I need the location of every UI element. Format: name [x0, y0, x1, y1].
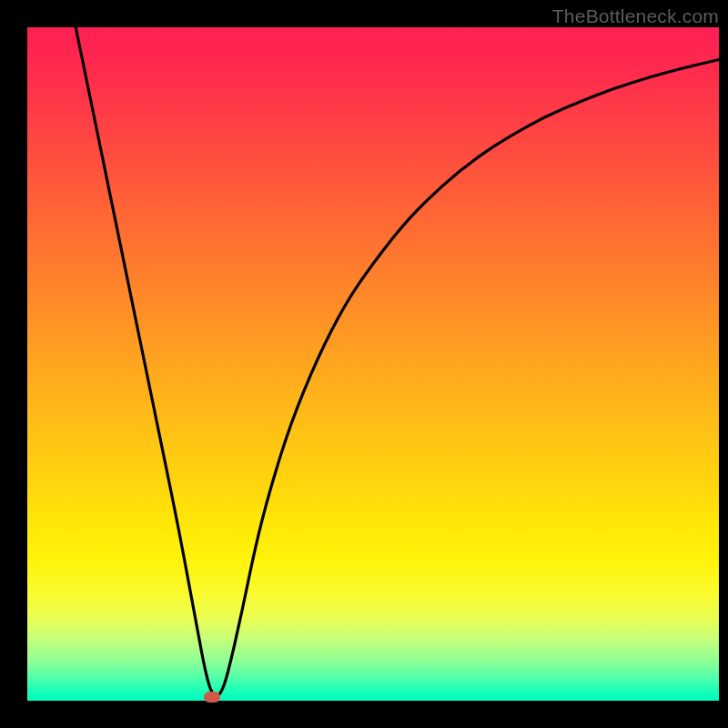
plot-area: [27, 27, 719, 701]
chart-frame: TheBottleneck.com: [0, 0, 728, 728]
watermark-text: TheBottleneck.com: [552, 5, 719, 27]
curve-path: [76, 27, 719, 696]
minimum-marker: [204, 692, 220, 703]
curve-layer: [27, 27, 719, 701]
